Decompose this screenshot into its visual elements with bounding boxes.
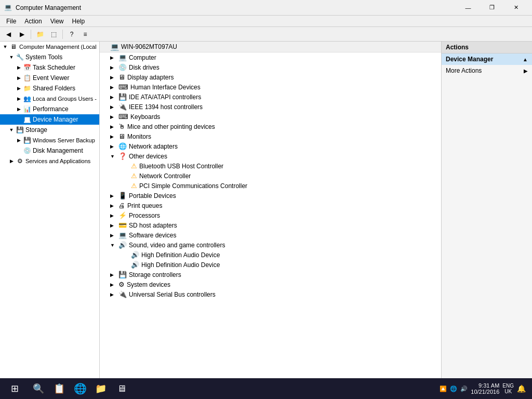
tree-item-performance[interactable]: ▶ 📊 Performance — [0, 104, 99, 114]
device-hd-audio-2[interactable]: 🔊 High Definition Audio Device — [100, 260, 441, 270]
expand-other-devices[interactable]: ▼ — [110, 154, 118, 159]
device-monitors[interactable]: ▶ 🖥 Monitors — [100, 131, 441, 141]
search-button[interactable]: 🔍 — [29, 379, 48, 398]
device-hd-audio-1[interactable]: 🔊 High Definition Audio Device — [100, 250, 441, 260]
menu-help[interactable]: Help — [68, 17, 89, 26]
time-display[interactable]: 9:31 AM 10/21/2016 — [471, 382, 499, 395]
file-explorer[interactable]: 📁 — [91, 379, 110, 398]
expand-task-scheduler[interactable]: ▶ — [15, 63, 23, 72]
expand-ide[interactable]: ▶ — [110, 95, 118, 100]
open-folder-button[interactable]: 📁 — [34, 29, 46, 40]
tree-item-task-scheduler[interactable]: ▶ 📅 Task Scheduler — [0, 62, 99, 73]
device-sound-video[interactable]: ▼ 🔊 Sound, video and game controllers — [100, 240, 441, 250]
device-network-controller[interactable]: ⚠ Network Controller — [100, 171, 441, 181]
device-software-devices[interactable]: ▶ 💻 Software devices — [100, 230, 441, 240]
device-system-devices[interactable]: ▶ ⚙ System devices — [100, 280, 441, 289]
device-computer[interactable]: ▶ 💻 Computer — [100, 52, 441, 62]
tree-item-win-backup[interactable]: ▶ 💾 Windows Server Backup — [0, 135, 99, 145]
tree-item-services[interactable]: ▶ ⚙ Services and Applications — [0, 156, 99, 166]
back-button[interactable]: ◀ — [2, 29, 15, 40]
action-more-actions[interactable]: More Actions ▶ — [442, 65, 532, 76]
up-arrow-icon[interactable]: 🔼 — [440, 385, 447, 392]
expand-software-devices[interactable]: ▶ — [110, 233, 118, 238]
expand-usb[interactable]: ▶ — [110, 292, 118, 297]
device-other-devices[interactable]: ▼ ❓ Other devices — [100, 151, 441, 161]
expand-print-queues[interactable]: ▶ — [110, 203, 118, 208]
expand-mice[interactable]: ▶ — [110, 124, 118, 129]
device-network-adapters[interactable]: ▶ 🌐 Network adapters — [100, 141, 441, 151]
device-keyboards[interactable]: ▶ ⌨ Keyboards — [100, 112, 441, 122]
label-display-adapters: Display adapters — [127, 74, 174, 81]
start-button[interactable]: ⊞ — [2, 378, 27, 399]
expand-storage-ctrl[interactable]: ▶ — [110, 272, 118, 277]
device-bluetooth[interactable]: ⚠ Bluetooth USB Host Controller — [100, 161, 441, 171]
device-ieee1394[interactable]: ▶ 🔌 IEEE 1394 host controllers — [100, 102, 441, 112]
forward-button[interactable]: ▶ — [16, 29, 28, 40]
device-print-queues[interactable]: ▶ 🖨 Print queues — [100, 201, 441, 210]
menu-action[interactable]: Action — [20, 17, 46, 26]
computer-mgmt-taskbar[interactable]: 🖥 — [112, 379, 131, 398]
tree-item-shared-folders[interactable]: ▶ 📁 Shared Folders — [0, 83, 99, 94]
device-hid[interactable]: ▶ ⌨ Human Interface Devices — [100, 82, 441, 92]
device-ide[interactable]: ▶ 💾 IDE ATA/ATAPI controllers — [100, 92, 441, 102]
expand-event-viewer[interactable]: ▶ — [15, 74, 23, 82]
tree-item-disk-management[interactable]: 💿 Disk Management — [0, 145, 99, 156]
tree-item-storage[interactable]: ▼ 💾 Storage — [0, 125, 99, 135]
tree-item-device-manager[interactable]: 💻 Device Manager — [0, 114, 99, 125]
expand-device-manager[interactable] — [15, 115, 23, 124]
expand-win-backup[interactable]: ▶ — [15, 136, 23, 144]
right-pane: Actions Device Manager ▲ More Actions ▶ — [441, 42, 532, 378]
expand-processors[interactable]: ▶ — [110, 213, 118, 218]
task-view-button[interactable]: 📋 — [50, 379, 69, 398]
expand-system-tools[interactable]: ▼ — [7, 53, 16, 61]
device-disk-drives[interactable]: ▶ 💿 Disk drives — [100, 62, 441, 72]
volume-icon[interactable]: 🔊 — [460, 385, 468, 392]
device-root[interactable]: 💻 WIN-9062MT097AU — [100, 42, 441, 52]
maximize-button[interactable]: ❐ — [480, 0, 504, 16]
portable-devices-icon: 📱 — [118, 192, 127, 200]
minimize-button[interactable]: — — [456, 0, 480, 16]
expand-sound-video[interactable]: ▼ — [110, 243, 118, 248]
action-device-manager[interactable]: Device Manager ▲ — [442, 54, 532, 65]
tree-item-system-tools[interactable]: ▼ 🔧 System Tools — [0, 52, 99, 62]
expand-hid[interactable]: ▶ — [110, 85, 118, 90]
expand-storage[interactable]: ▼ — [7, 126, 16, 134]
expand-sd-host[interactable]: ▶ — [110, 223, 118, 228]
device-usb[interactable]: ▶ 🔌 Universal Serial Bus controllers — [100, 289, 441, 299]
expand-computer[interactable]: ▶ — [110, 55, 118, 60]
view-button[interactable]: ⬚ — [47, 29, 60, 40]
tree-item-event-viewer[interactable]: ▶ 📋 Event Viewer — [0, 73, 99, 83]
device-processors[interactable]: ▶ ⚡ Processors — [100, 210, 441, 220]
close-button[interactable]: ✕ — [504, 0, 528, 16]
menu-extra-button[interactable]: ≡ — [79, 29, 91, 40]
win-backup-icon: 💾 — [23, 136, 31, 144]
device-mice[interactable]: ▶ 🖱 Mice and other pointing devices — [100, 122, 441, 131]
menu-file[interactable]: File — [2, 17, 20, 26]
device-display-adapters[interactable]: ▶ 🖥 Display adapters — [100, 72, 441, 82]
device-pci-simple[interactable]: ⚠ PCI Simple Communications Controller — [100, 181, 441, 191]
expand-keyboards[interactable]: ▶ — [110, 114, 118, 119]
device-storage-controllers[interactable]: ▶ 💾 Storage controllers — [100, 270, 441, 280]
help-button[interactable]: ? — [65, 29, 78, 40]
menu-view[interactable]: View — [46, 17, 68, 26]
notification-icon[interactable]: 🔔 — [517, 384, 526, 393]
expand-root[interactable]: ▼ — [1, 43, 9, 51]
expand-performance[interactable]: ▶ — [15, 105, 23, 113]
expand-display-adapters[interactable]: ▶ — [110, 75, 118, 80]
app-icon: 💻 — [4, 4, 12, 12]
expand-monitors[interactable]: ▶ — [110, 134, 118, 139]
device-portable-devices[interactable]: ▶ 📱 Portable Devices — [100, 191, 441, 201]
expand-disk-drives[interactable]: ▶ — [110, 65, 118, 70]
expand-shared-folders[interactable]: ▶ — [15, 84, 23, 92]
tree-item-local-users[interactable]: ▶ 👥 Loca and Groups Users - — [0, 94, 99, 104]
tree-item-root[interactable]: ▼ 🖥 Computer Management (Local — [0, 42, 99, 52]
expand-system-devices[interactable]: ▶ — [110, 282, 118, 287]
edge-browser[interactable]: 🌐 — [71, 379, 89, 398]
expand-portable[interactable]: ▶ — [110, 193, 118, 198]
expand-services[interactable]: ▶ — [7, 157, 16, 165]
expand-ieee1394[interactable]: ▶ — [110, 104, 118, 110]
expand-local-users[interactable]: ▶ — [15, 95, 23, 103]
device-sd-host[interactable]: ▶ 💳 SD host adapters — [100, 220, 441, 230]
expand-disk-mgmt[interactable] — [15, 147, 23, 155]
expand-network-adapters[interactable]: ▶ — [110, 144, 118, 149]
